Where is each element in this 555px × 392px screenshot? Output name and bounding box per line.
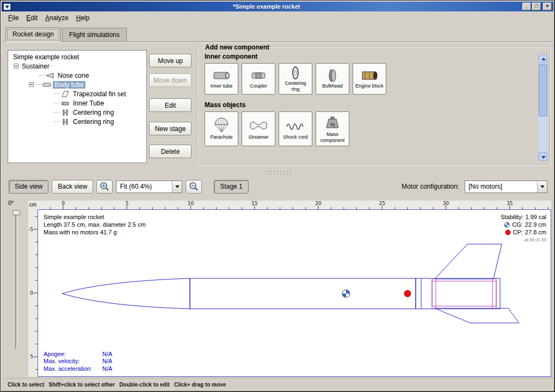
panel-splitter[interactable] [2, 168, 554, 177]
tree-actions: Move up Move down Edit New stage Delete [149, 42, 192, 168]
zoom-in-icon [99, 181, 110, 192]
move-down-button[interactable]: Move down [149, 73, 192, 87]
close-button[interactable]: × [543, 3, 552, 10]
motor-configuration-label: Motor configuration: [402, 183, 459, 190]
back-view-button[interactable]: Back view [52, 180, 93, 194]
menu-file[interactable]: File [4, 13, 22, 23]
menu-analyze[interactable]: Analyze [41, 13, 72, 23]
cg-legend-icon [504, 222, 510, 228]
add-streamer-button[interactable]: Streamer [242, 111, 275, 146]
add-coupler-button[interactable]: Coupler [242, 63, 275, 95]
body-tube-shape [190, 278, 416, 309]
tree-item-fin-set[interactable]: Trapezoidal fin set [8, 89, 146, 98]
svg-text:35: 35 [507, 201, 513, 206]
mach-note: at M=0.30 [501, 236, 546, 244]
collapse-expander-icon[interactable] [14, 64, 18, 69]
body-tube-icon [42, 82, 51, 88]
chevron-down-icon[interactable] [172, 181, 182, 192]
add-component-title: Add new component [203, 43, 271, 51]
svg-text:kg: kg [330, 122, 335, 127]
fin-top-shape [435, 244, 502, 279]
svg-text:15: 15 [251, 201, 257, 206]
apogee-value: N/A [102, 351, 112, 358]
rocket-drawing[interactable] [62, 244, 519, 323]
menubar: File Edit Analyze Help [2, 12, 553, 24]
nose-cone-icon [46, 72, 54, 79]
svg-text:0: 0 [61, 201, 65, 206]
centering-ring-icon [61, 109, 70, 116]
zoom-in-button[interactable] [96, 180, 113, 194]
scroll-up-icon[interactable] [539, 54, 547, 63]
mass-objects-label: Mass objects [205, 101, 535, 109]
stability-label: Stability: [501, 213, 523, 221]
menu-edit[interactable]: Edit [22, 13, 41, 23]
tree-item-label: Inner Tube [71, 99, 106, 107]
rotation-slider-handle[interactable] [13, 210, 20, 215]
streamer-icon [248, 117, 269, 134]
new-stage-button[interactable]: New stage [149, 122, 192, 135]
titlebar[interactable]: *Simple example rocket _ □ × [2, 2, 553, 11]
tree-item-centering-ring-2[interactable]: Centering ring [8, 117, 146, 126]
stage-1-toggle[interactable]: Stage 1 [214, 180, 248, 194]
tree-item-label: Simple example rocket [11, 53, 81, 61]
tree-item-centering-ring-1[interactable]: Centering ring [8, 108, 146, 117]
svg-text:-5: -5 [28, 227, 33, 232]
svg-text:5: 5 [125, 201, 128, 206]
app-window: *Simple example rocket _ □ × File Edit A… [0, 0, 555, 392]
rocket-canvas[interactable]: Simple example rocket Length 37.5 cm, ma… [38, 209, 551, 377]
tree-item-body-tube[interactable]: Body tube [8, 80, 146, 89]
apogee-label: Apogee: [44, 351, 102, 358]
scrollbar-thumb[interactable] [539, 64, 547, 116]
motor-configuration-select[interactable]: [No motors] [465, 181, 547, 193]
cp-value: 27.8 cm [525, 228, 546, 236]
shock-cord-icon [285, 117, 306, 134]
menu-help[interactable]: Help [72, 13, 94, 23]
tree-item-rocket[interactable]: Simple example rocket [8, 52, 146, 61]
chevron-down-icon[interactable] [537, 181, 547, 192]
rotation-angle-label: 0° [8, 200, 14, 206]
component-tree[interactable]: Simple example rocket Sustainer Nose con… [8, 50, 147, 163]
add-centering-ring-button[interactable]: Centering ring [279, 63, 312, 95]
minimize-button[interactable]: _ [522, 3, 531, 10]
centering-ring-icon [285, 66, 306, 80]
svg-text:10: 10 [188, 201, 194, 206]
tree-item-nose-cone[interactable]: Nose cone [8, 71, 146, 80]
zoom-level-select[interactable]: Fit (60.4%) [116, 181, 182, 193]
rotation-slider[interactable] [11, 210, 22, 362]
collapse-expander-icon[interactable] [29, 82, 34, 87]
add-engine-block-button[interactable]: Engine block [353, 63, 386, 95]
centering-ring-icon [61, 119, 70, 125]
tree-item-label: Sustainer [20, 63, 51, 70]
rocket-diagram-area: 0° cm 05101520253035 -505 [2, 196, 554, 378]
scroll-down-icon[interactable] [539, 152, 547, 161]
move-up-button[interactable]: Move up [149, 54, 192, 67]
tabstrip: Rocket design Flight simulations [2, 25, 553, 42]
tab-flight-simulations[interactable]: Flight simulations [62, 28, 127, 41]
inner-tube-shape [432, 281, 496, 306]
aft-body-shape [416, 278, 500, 309]
edit-component-button[interactable]: Edit [149, 98, 192, 112]
bulkhead-icon [322, 69, 343, 83]
tree-connector [54, 112, 60, 113]
tree-connector [54, 103, 60, 103]
tree-item-sustainer[interactable]: Sustainer [8, 61, 146, 71]
cp-marker-icon [404, 290, 411, 297]
tree-item-inner-tube[interactable]: Inner Tube [8, 98, 146, 108]
add-bulkhead-button[interactable]: Bulkhead [316, 63, 349, 95]
zoom-out-button[interactable] [186, 180, 202, 194]
add-mass-component-button[interactable]: kg Mass component [316, 111, 349, 146]
fin-bottom-shape [435, 308, 519, 323]
rocket-name: Simple example rocket [44, 213, 146, 221]
side-view-button[interactable]: Side view [9, 180, 48, 194]
add-parachute-button[interactable]: Parachute [205, 111, 238, 146]
design-panel: Simple example rocket Sustainer Nose con… [2, 42, 554, 168]
maximize-button[interactable]: □ [532, 3, 541, 10]
delete-component-button[interactable]: Delete [149, 145, 192, 158]
add-shock-cord-button[interactable]: Shock cord [279, 111, 312, 146]
add-inner-tube-button[interactable]: Inner tube [205, 63, 238, 95]
flight-data: Apogee:N/A Max. velocity:N/A Max. accele… [44, 351, 112, 373]
splitter-handle-icon[interactable] [266, 170, 291, 175]
ruler-unit-label: cm [28, 201, 38, 209]
component-panel-scrollbar[interactable] [539, 54, 547, 161]
tab-rocket-design[interactable]: Rocket design [5, 27, 61, 42]
